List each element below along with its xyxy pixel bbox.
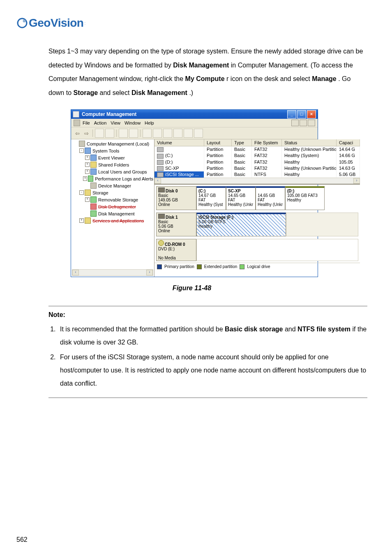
- grid-cell: (C:): [154, 153, 204, 159]
- disk-state: Online: [158, 229, 170, 233]
- menu-help[interactable]: Help: [145, 120, 154, 125]
- partition-legend: Primary partition Extended partition Log…: [154, 263, 360, 271]
- volume-row[interactable]: SC-XPPartitionBasicFAT32Healthy (Unknown…: [154, 165, 360, 171]
- scroll-right-icon[interactable]: ›: [146, 270, 153, 275]
- mdi-restore-button[interactable]: [300, 120, 307, 126]
- tree-node[interactable]: +Event Viewer: [72, 154, 153, 161]
- cdrom-icon: [158, 240, 164, 246]
- toolbar-button[interactable]: [194, 129, 203, 138]
- tree-scrollbar[interactable]: ‹ ›: [72, 269, 153, 276]
- grid-cell: Healthy (System): [282, 153, 337, 159]
- minimize-button[interactable]: _: [287, 110, 296, 118]
- scroll-left-icon[interactable]: ‹: [72, 270, 79, 275]
- grid-cell: Basic: [232, 153, 252, 159]
- grid-scrollbar[interactable]: ‹ ›: [154, 178, 360, 184]
- volume-row[interactable]: iSCSI Storage ...PartitionBasicNTFSHealt…: [154, 171, 360, 178]
- tree-node[interactable]: -Storage: [72, 189, 153, 196]
- disk-name: Disk 0: [166, 189, 178, 193]
- volume-row[interactable]: (D:)PartitionBasicFAT32Healthy105.05: [154, 159, 360, 165]
- volume-row[interactable]: PartitionBasicFAT32Healthy (Unknown Part…: [154, 146, 360, 153]
- expand-collapse-button[interactable]: -: [79, 148, 84, 153]
- disk-row: Disk 1 Basic 5.06 GB Online iSCSI Storag…: [156, 213, 358, 236]
- grid-cell: iSCSI Storage ...: [154, 171, 204, 178]
- grid-cell: Healthy (Unknown Partition): [282, 165, 337, 171]
- volume-row[interactable]: (C:)PartitionBasicFAT32Healthy (System)1…: [154, 153, 360, 159]
- tree-node[interactable]: Computer Management (Local): [72, 140, 153, 147]
- grid-cell: 14.63 G: [337, 165, 360, 171]
- menu-file[interactable]: File: [83, 120, 90, 125]
- grid-cell: Partition: [204, 153, 232, 159]
- tree-node-icon: [90, 162, 97, 168]
- column-header[interactable]: Layout: [204, 139, 232, 146]
- column-header[interactable]: Status: [282, 139, 337, 146]
- tree-node-label: Device Manager: [98, 183, 131, 188]
- toolbar-button[interactable]: [163, 129, 172, 138]
- toolbar-button[interactable]: [129, 129, 138, 138]
- page-number: 562: [16, 536, 28, 543]
- maximize-button[interactable]: □: [297, 110, 306, 118]
- tree-node[interactable]: Disk Management: [72, 210, 153, 217]
- tree-node-label: Performance Logs and Alerts: [95, 176, 153, 181]
- tree-node[interactable]: +Local Users and Groups: [72, 168, 153, 175]
- menu-action[interactable]: Action: [94, 120, 107, 125]
- scroll-left-icon[interactable]: ‹: [154, 178, 161, 184]
- mdi-minimize-button[interactable]: [291, 120, 299, 126]
- mmc-icon: [74, 120, 80, 126]
- forward-button[interactable]: ⇨: [83, 130, 90, 136]
- tree-node-icon: [88, 176, 93, 182]
- volume-icon: [157, 166, 164, 171]
- expand-collapse-button[interactable]: +: [85, 162, 90, 167]
- expand-collapse-button[interactable]: -: [79, 190, 84, 195]
- tree-node[interactable]: Device Manager: [72, 182, 153, 189]
- partition-block[interactable]: iSCSI Storage (F:)5.06 GB NTFSHealthy: [196, 213, 286, 236]
- navigation-tree: Computer Management (Local)-System Tools…: [71, 139, 154, 277]
- tree-node[interactable]: +Removable Storage: [72, 196, 153, 203]
- tree-node[interactable]: +Shared Folders: [72, 161, 153, 168]
- legend-swatch-logical: [240, 264, 244, 269]
- note-item-1: It is recommended that the formatted par…: [58, 323, 367, 349]
- toolbar-button[interactable]: [184, 129, 193, 138]
- intro-bold-manage: Manage: [312, 75, 337, 82]
- column-header[interactable]: Volume: [154, 139, 204, 146]
- expand-collapse-button[interactable]: +: [85, 169, 90, 174]
- expand-collapse-button[interactable]: +: [79, 218, 84, 223]
- toolbar-button[interactable]: [143, 129, 152, 138]
- close-button[interactable]: ×: [307, 110, 316, 118]
- column-header[interactable]: File System: [252, 139, 282, 146]
- toolbar-button[interactable]: [105, 129, 114, 138]
- toolbar-button[interactable]: [95, 129, 104, 138]
- partition-block[interactable]: 14.65 GB FATHealthy (Unkr: [256, 186, 285, 210]
- tree-node[interactable]: Disk Defragmenter: [72, 203, 153, 210]
- disk-row: Disk 0 Basic 149.05 GB Online (C:)14.67 …: [156, 186, 358, 210]
- intro-paragraph: Steps 1~3 may vary depending on the type…: [48, 44, 367, 99]
- disk-0-header[interactable]: Disk 0 Basic 149.05 GB Online: [156, 186, 196, 210]
- toolbar-button[interactable]: [153, 129, 162, 138]
- window-titlebar[interactable]: Computer Management _ □ ×: [71, 110, 318, 119]
- mdi-close-button[interactable]: [308, 120, 315, 126]
- back-button[interactable]: ⇦: [74, 130, 81, 136]
- tree-node[interactable]: -System Tools: [72, 147, 153, 154]
- expand-collapse-button[interactable]: +: [85, 197, 90, 202]
- svg-point-1: [23, 20, 26, 23]
- partition-block[interactable]: (C:)14.67 GB FATHealthy (Syst: [196, 186, 226, 210]
- disk-1-header[interactable]: Disk 1 Basic 5.06 GB Online: [156, 213, 196, 236]
- partition-block[interactable]: SC-XP14.65 GB FATHealthy (Unkr: [226, 186, 256, 210]
- computer-management-window: Computer Management _ □ × File Action Vi…: [71, 109, 318, 277]
- menu-window[interactable]: Window: [125, 120, 141, 125]
- scroll-right-icon[interactable]: ›: [353, 178, 360, 184]
- toolbar-button[interactable]: [173, 129, 182, 138]
- menu-view[interactable]: View: [111, 120, 120, 125]
- expand-collapse-button[interactable]: +: [83, 176, 87, 181]
- brand-logo: GeoVision :: [16, 16, 367, 30]
- tree-node[interactable]: +Performance Logs and Alerts: [72, 175, 153, 182]
- tree-node[interactable]: +Services and Applications: [72, 217, 153, 224]
- column-header[interactable]: Type: [232, 139, 252, 146]
- volume-icon: [157, 160, 164, 165]
- toolbar-button[interactable]: [119, 129, 128, 138]
- column-header[interactable]: Capaci: [337, 139, 360, 146]
- cdrom-header[interactable]: CD-ROM 0 DVD (E:) No Media: [156, 239, 196, 261]
- disk-type: Basic: [158, 220, 168, 224]
- expand-collapse-button[interactable]: +: [85, 155, 90, 160]
- partition-block[interactable]: (D:)105.08 GB FAT3Healthy: [285, 186, 325, 210]
- grid-cell: Basic: [232, 171, 252, 178]
